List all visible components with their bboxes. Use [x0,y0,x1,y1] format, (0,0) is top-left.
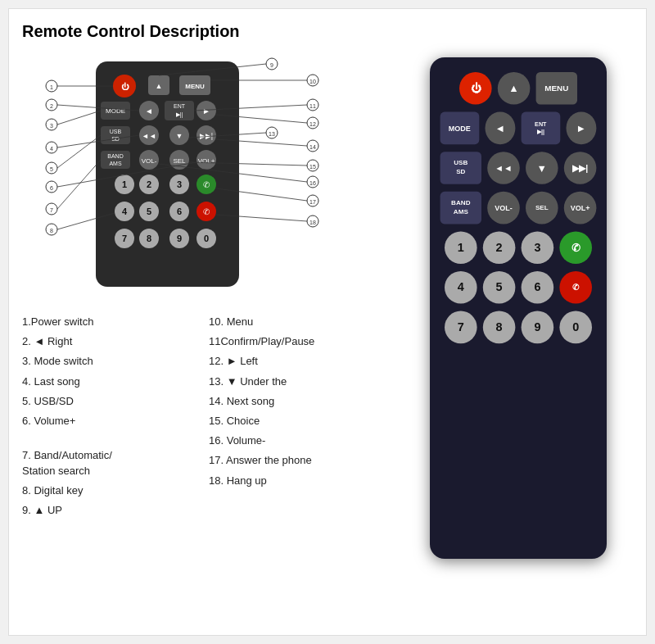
remote-btn-1[interactable]: 1 [445,231,477,264]
remote-btn-6[interactable]: 6 [522,271,554,304]
remote-row-2: MODE ◄ ENT ▶|| ► [440,111,597,144]
remote-btn-7[interactable]: 7 [445,311,477,343]
svg-text:14: 14 [309,144,316,150]
remote-ent-btn[interactable]: ENT ▶|| [522,111,560,144]
remote-btn-0[interactable]: 0 [559,311,592,343]
remote-up-btn[interactable]: ▲ [498,72,531,105]
svg-text:6: 6 [50,185,53,191]
desc-item-3: 3. Mode switch [22,354,209,369]
remote-prev-btn[interactable]: ◄◄ [487,152,520,184]
remote-mode-btn[interactable]: MODE [440,111,479,144]
svg-text:7: 7 [122,234,127,243]
svg-text:11: 11 [309,103,316,109]
svg-text:ENT: ENT [174,103,186,109]
desc-item-16: 16. Volume- [209,433,395,448]
svg-text:7: 7 [50,207,53,213]
main-container: Remote Control Description ⏻ ▲ MENU [8,8,647,636]
desc-item-2: 2. ◄ Right [22,334,209,349]
desc-item-9: 9. ▲ UP [22,503,209,518]
svg-text:VOL-: VOL- [142,157,157,165]
remote-row-5: 1 2 3 ✆ [440,231,597,264]
svg-text:USB: USB [110,129,122,134]
svg-text:5: 5 [50,166,53,172]
remote-btn-8[interactable]: 8 [483,311,516,343]
remote-power-btn[interactable]: ⏻ [459,72,492,105]
left-panel: ⏻ ▲ MENU MODE ◄ ENT ▶|| ► [22,49,395,622]
desc-item-7: 7. Band/Automatic/ Station search [22,433,209,478]
svg-text:13: 13 [269,131,275,137]
svg-text:1: 1 [122,179,127,189]
remote-band-btn[interactable]: BAND AMS [440,191,481,224]
remote-next-btn[interactable]: ▶▶| [564,152,597,184]
svg-text:AMS: AMS [109,161,122,166]
description-area: 1.Power switch 2. ◄ Right 3. Mode switch… [22,315,395,518]
remote-menu-btn[interactable]: MENU [536,72,577,105]
svg-text:3: 3 [50,123,53,129]
remote-call-btn[interactable]: ✆ [559,231,592,264]
svg-text:▶||: ▶|| [176,111,183,118]
remote-left-btn[interactable]: ◄ [485,111,515,144]
svg-text:15: 15 [309,164,316,170]
desc-item-1: 1.Power switch [22,315,209,329]
svg-line-72 [57,111,101,125]
remote-btn-9[interactable]: 9 [522,311,554,343]
svg-text:6: 6 [177,206,182,216]
remote-btn-4[interactable]: 4 [445,271,477,304]
svg-text:10: 10 [309,79,316,84]
remote-row-4: BAND AMS VOL- SEL VOL+ [440,191,597,224]
svg-text:8: 8 [147,234,151,243]
svg-text:12: 12 [309,121,316,127]
svg-text:5: 5 [147,206,151,216]
svg-text:8: 8 [50,228,53,234]
desc-item-14: 14. Next song [209,394,395,409]
right-panel: ⏻ ▲ MENU MODE ◄ ENT ▶|| ► USB SD ◄◄ ▼ ▶▶… [404,49,633,622]
svg-text:◄: ◄ [145,107,153,116]
remote-btn-5[interactable]: 5 [483,271,516,304]
remote-sel-btn[interactable]: SEL [526,191,558,224]
svg-text:2: 2 [147,179,151,189]
remote-end-btn[interactable]: ✆ [559,271,592,304]
remote-row-1: ⏻ ▲ MENU [440,72,597,105]
svg-text:✆: ✆ [203,207,210,216]
svg-rect-0 [96,61,239,287]
desc-item-5: 5. USB/SD [22,394,209,409]
page-title: Remote Control Description [22,22,633,41]
svg-text:9: 9 [270,62,273,68]
remote-right-btn[interactable]: ► [566,111,596,144]
desc-item-12: 12. ► Left [209,354,395,369]
desc-item-13: 13. ▼ Under the [209,374,395,389]
desc-item-4: 4. Last song [22,374,209,389]
remote-btn-2[interactable]: 2 [483,231,516,264]
svg-text:◄◄: ◄◄ [142,132,156,140]
svg-text:4: 4 [122,206,128,216]
desc-item-10: 10. Menu [209,315,395,329]
svg-text:▼: ▼ [176,132,183,140]
svg-text:SEL: SEL [173,157,186,165]
svg-text:►: ► [202,107,210,116]
desc-item-15: 15. Choice [209,414,395,429]
remote-btn-3[interactable]: 3 [522,231,554,264]
svg-text:1: 1 [50,84,53,90]
diagram-svg: ⏻ ▲ MENU MODE ◄ ENT ▶|| ► [22,49,333,303]
remote-usb-btn[interactable]: USB SD [440,152,481,184]
svg-line-96 [57,160,101,209]
svg-text:▲: ▲ [156,82,163,90]
desc-item-18: 18. Hang up [209,474,395,488]
remote-volminus-btn[interactable]: VOL- [487,191,520,224]
svg-text:✆: ✆ [203,180,210,189]
desc-item-17: 17. Answer the phone [209,453,395,468]
desc-item-8: 8. Digital key [22,483,209,498]
svg-text:MENU: MENU [185,83,205,90]
remote-volplus-btn[interactable]: VOL+ [564,191,597,224]
svg-text:VOL+: VOL+ [198,157,215,165]
svg-text:2: 2 [50,103,53,109]
main-content: ⏻ ▲ MENU MODE ◄ ENT ▶|| ► [22,49,633,622]
svg-text:3: 3 [177,179,182,189]
remote-down-btn[interactable]: ▼ [526,152,558,184]
desc-right-col: 10. Menu 11Confirm/Play/Pause 12. ► Left… [209,315,395,518]
svg-text:17: 17 [309,199,316,205]
remote-row-3: USB SD ◄◄ ▼ ▶▶| [440,152,597,184]
remote-row-6: 4 5 6 ✆ [440,271,597,304]
svg-text:16: 16 [309,180,316,186]
svg-line-84 [57,135,101,168]
